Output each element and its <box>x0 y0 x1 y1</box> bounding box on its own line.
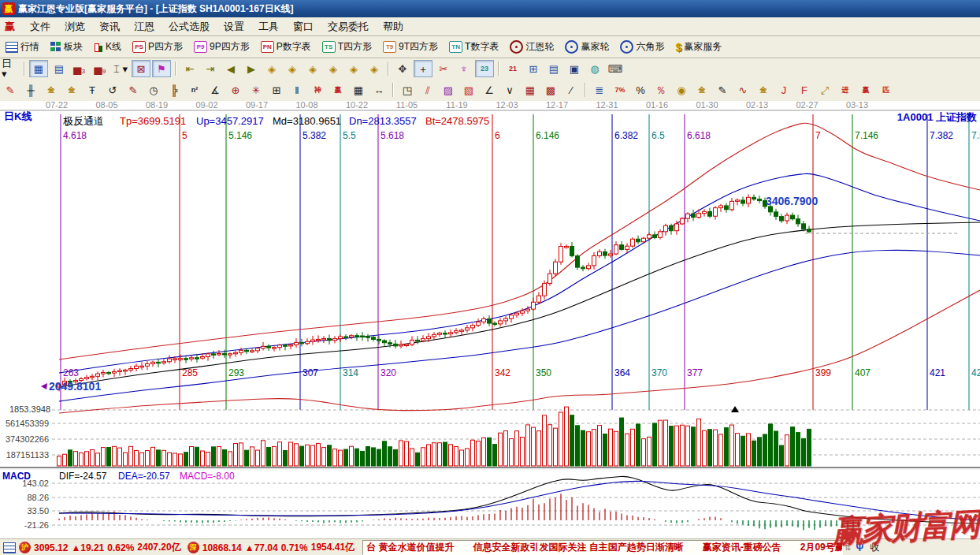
draw-target-grid-icon[interactable]: ⊞ <box>267 81 286 99</box>
app-icon[interactable]: 赢 <box>2 2 15 15</box>
draw-spiral-icon[interactable]: ↺ <box>103 81 122 99</box>
draw-fan-red-icon[interactable]: ⫽ <box>418 81 437 99</box>
compress-v-icon[interactable]: ◈ <box>365 60 384 77</box>
toolbar-button-6[interactable]: PNP数字表 <box>256 38 316 56</box>
menu-item-5[interactable]: 公式选股 <box>161 18 217 35</box>
nav-last-icon[interactable]: ⇥ <box>201 60 220 77</box>
draw-pct-icon[interactable]: % <box>631 81 650 99</box>
draw-gold-grid-icon[interactable]: 金 <box>42 81 61 99</box>
draw-corner-box-icon[interactable]: ◳ <box>398 81 417 99</box>
toolbar-button-12[interactable]: 六角形 <box>615 38 669 56</box>
menu-item-4[interactable]: 江恩 <box>127 18 161 35</box>
draw-star-rays-icon[interactable]: ✳ <box>247 81 265 99</box>
compress-h-icon[interactable]: ◈ <box>324 60 343 77</box>
toolbar-button-7[interactable]: TST四方形 <box>317 38 377 56</box>
draw-fan-box-icon[interactable]: ▧ <box>459 81 478 99</box>
draw-gann-circle-icon[interactable]: ⊕ <box>226 81 245 99</box>
draw-shen-icon[interactable]: 神 <box>308 81 327 99</box>
toolbar-button-3[interactable]: K线 <box>89 38 126 56</box>
draw-pen2-icon[interactable]: ✎ <box>124 81 143 99</box>
bars-3-icon[interactable]: ▅₃ <box>70 60 89 77</box>
draw-f-tool-icon[interactable]: Ŧ <box>83 81 102 99</box>
menu-item-8[interactable]: 窗口 <box>286 18 321 35</box>
draw-wave-a-icon[interactable]: ∿ <box>733 81 752 99</box>
draw-slashes-icon[interactable]: ∕ <box>562 81 581 99</box>
draw-angle-lines-icon[interactable]: ∠ <box>480 81 499 99</box>
computer-icon[interactable]: ⌨ <box>606 60 625 77</box>
calendar-icon[interactable]: 21 <box>503 60 522 77</box>
hand-pan-icon[interactable]: ✥ <box>393 60 412 77</box>
expand-v-icon[interactable]: ◈ <box>344 60 363 77</box>
draw-fan-purple-icon[interactable]: ▨ <box>439 81 458 99</box>
candle-style-icon[interactable]: ⌶ ▾ <box>111 60 130 77</box>
draw-gold-slash-icon[interactable]: ⤢ <box>815 81 834 99</box>
draw-n2-icon[interactable]: n² <box>185 81 204 99</box>
menu-item-7[interactable]: 工具 <box>251 18 286 35</box>
draw-pen-icon[interactable]: ✎ <box>1 81 20 99</box>
toolbar-button-1[interactable]: 行情 <box>1 38 44 56</box>
draw-pct-line-icon[interactable]: ％ <box>651 81 670 99</box>
tile-window-icon[interactable]: ▦ <box>29 60 48 77</box>
toolbar-button-11[interactable]: 赢家轮 <box>560 38 614 56</box>
draw-ruler-icon[interactable]: ╠ <box>165 81 184 99</box>
toolbar-button-5[interactable]: P99P四方形 <box>189 38 254 56</box>
menu-item-6[interactable]: 设置 <box>217 18 251 35</box>
menu-item-1[interactable]: 文件 <box>23 18 58 35</box>
draw-check-lines-icon[interactable]: ∨ <box>500 81 519 99</box>
draw-7pct-icon[interactable]: 7% <box>611 81 629 99</box>
info-list-icon[interactable]: ▤ <box>50 60 69 77</box>
draw-gold-grid2-icon[interactable]: 金 <box>62 81 81 99</box>
nav-first-icon[interactable]: ⇤ <box>180 60 199 77</box>
draw-pi-icon[interactable]: 匹 <box>877 81 896 99</box>
news-ticker[interactable]: 台 黄金水道价值提升 信息安全新政引发国际关注 自主国产趋势日渐清晰 赢家资讯-… <box>362 540 843 555</box>
toolbar-button-8[interactable]: T99T四方形 <box>378 38 443 56</box>
zoom-left-icon[interactable]: ◈ <box>262 60 281 77</box>
expand-h-icon[interactable]: ◈ <box>303 60 322 77</box>
draw-ruler-grid-icon[interactable]: ▦ <box>349 81 368 99</box>
save-icon[interactable]: ▣ <box>565 60 584 77</box>
chart-canvas[interactable]: 07-2208-0508-1909-0209-1710-0810-2211-05… <box>0 101 980 538</box>
crosshair-icon[interactable]: ＋ <box>414 60 432 77</box>
news-spin-icon[interactable]: ⇅ <box>845 543 851 552</box>
toolbar-button-4[interactable]: PSP四方形 <box>128 38 187 56</box>
toolbar-button-13[interactable]: $赢家服务 <box>670 38 726 56</box>
draw-grid-bars-icon[interactable]: ╫ <box>21 81 40 99</box>
draw-width-icon[interactable]: ↔ <box>369 81 388 99</box>
draw-ying2-icon[interactable]: 赢 <box>856 81 875 99</box>
draw-grid-a-icon[interactable]: ▦ <box>521 81 540 99</box>
menu-item-3[interactable]: 资讯 <box>92 18 127 35</box>
draw-gold-bar-icon[interactable]: 金 <box>754 81 773 99</box>
menu-item-2[interactable]: 浏览 <box>58 18 92 35</box>
menu-item-9[interactable]: 交易委托 <box>321 18 376 35</box>
draw-ying-icon[interactable]: 赢 <box>329 81 347 99</box>
draw-gold-circle-icon[interactable]: ◉ <box>672 81 691 99</box>
draw-candle-pen-icon[interactable]: ✎ <box>713 81 732 99</box>
draw-angle-icon[interactable]: ∡ <box>206 81 225 99</box>
ribbon-tool-icon[interactable]: ♆ <box>455 60 473 77</box>
toolbar-button-9[interactable]: TNT数字表 <box>444 38 503 56</box>
menu-item-10[interactable]: 帮助 <box>376 18 410 35</box>
analysis-flag-icon[interactable]: ⚑ <box>152 60 171 77</box>
wave-23-icon[interactable]: 23 <box>475 60 494 77</box>
draw-j-angle-icon[interactable]: J <box>774 81 793 99</box>
draw-bracket-icon[interactable]: ‖ <box>288 81 306 99</box>
angle-measure-icon[interactable]: ✂ <box>434 60 453 77</box>
draw-jin-icon[interactable]: 进 <box>836 81 855 99</box>
nav-next-icon[interactable]: ▶ <box>242 60 261 77</box>
zoom-right-icon[interactable]: ◈ <box>283 60 302 77</box>
web-export-icon[interactable]: ◍ <box>585 60 604 77</box>
draw-f-angle-icon[interactable]: F <box>795 81 814 99</box>
draw-measure-blue-icon[interactable]: ≣ <box>590 81 609 99</box>
period-daily-icon[interactable]: 日 ▾ <box>1 60 20 77</box>
toolbar-button-10[interactable]: 江恩轮 <box>505 38 559 56</box>
calculator-icon[interactable]: ⊞ <box>524 60 543 77</box>
draw-time-circle-icon[interactable]: ◷ <box>144 81 163 99</box>
bars-9-icon[interactable]: ▅₉ <box>91 60 110 77</box>
quote-grid-icon[interactable] <box>3 542 16 553</box>
nav-prev-icon[interactable]: ◀ <box>221 60 240 77</box>
draw-gold-line-icon[interactable]: 金 <box>692 81 711 99</box>
notes-icon[interactable]: ▤ <box>544 60 563 77</box>
gann-shape-icon[interactable]: ⊠ <box>132 60 150 77</box>
toolbar-button-2[interactable]: 板块 <box>46 38 87 56</box>
draw-grid-b-icon[interactable]: ▩ <box>541 81 560 99</box>
